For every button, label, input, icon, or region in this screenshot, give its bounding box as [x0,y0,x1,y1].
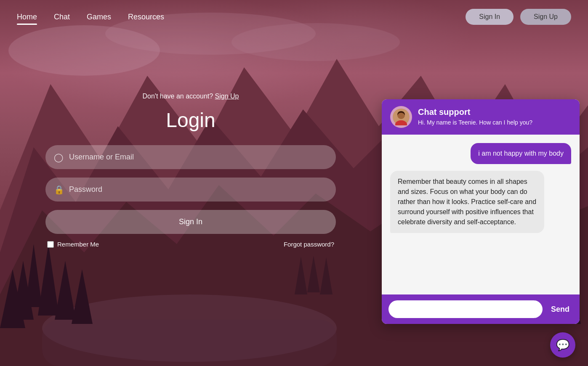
forgot-password-link[interactable]: Forgot password? [284,241,334,248]
nav-games[interactable]: Games [87,13,111,21]
remember-me-label[interactable]: Remember Me [47,241,99,248]
nav-signin-button[interactable]: Sign In [466,9,514,25]
chat-avatar [390,106,412,128]
signin-button[interactable]: Sign In [45,210,336,234]
chat-messages[interactable]: i am not happy with my body Remember tha… [382,135,580,294]
lock-icon: 🔒 [54,185,64,195]
nav-chat[interactable]: Chat [54,13,70,21]
signup-link[interactable]: Sign Up [215,93,239,100]
username-group: ◯ [45,145,336,169]
chat-header-info: Chat support Hi. My name is Teenie. How … [418,107,532,127]
nav-links: Home Chat Games Resources [17,13,164,21]
send-button[interactable]: Send [548,303,573,316]
chat-title: Chat support [418,107,532,117]
login-container: Don't have an account? Sign Up Login ◯ 🔒… [45,93,336,248]
bot-message: Remember that beauty comes in all shapes… [390,171,544,233]
user-message: i am not happy with my body [471,143,571,164]
chat-header: Chat support Hi. My name is Teenie. How … [382,99,580,135]
user-icon: ◯ [54,152,63,162]
chat-input[interactable] [388,300,543,318]
avatar-svg [393,109,410,125]
username-input[interactable] [45,145,336,169]
svg-rect-7 [42,320,337,366]
form-footer: Remember Me Forgot password? [45,241,336,248]
nav-signup-button[interactable]: Sign Up [520,9,571,25]
login-title: Login [45,109,336,132]
chat-subtitle: Hi. My name is Teenie. How can I help yo… [418,119,532,127]
signup-prompt: Don't have an account? Sign Up [45,93,336,100]
password-group: 🔒 [45,178,336,202]
chat-bubble-button[interactable]: 💬 [550,332,575,358]
chat-input-area: Send [382,294,580,324]
chat-widget: Chat support Hi. My name is Teenie. How … [382,99,580,324]
navbar: Home Chat Games Resources Sign In Sign U… [0,0,588,34]
nav-home[interactable]: Home [17,13,37,21]
nav-right: Sign In Sign Up [466,9,571,25]
remember-checkbox[interactable] [47,241,54,248]
chat-bubble-icon: 💬 [556,339,569,352]
password-input[interactable] [45,178,336,202]
nav-resources[interactable]: Resources [128,13,164,21]
